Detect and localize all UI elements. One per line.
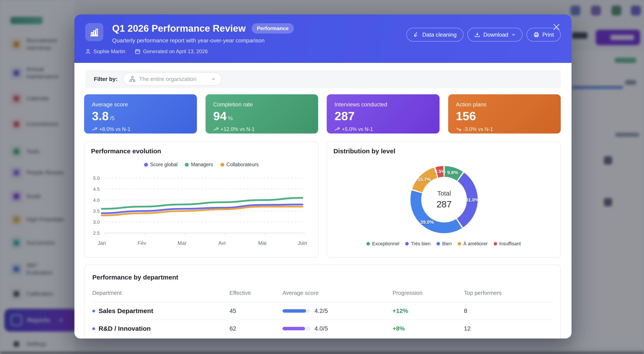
- kpi-card-interviews-conducted: Interviews conducted287+5.0% vs N-1: [327, 94, 440, 134]
- legend-dot: [405, 242, 409, 245]
- kpi-label: Completion rate: [213, 101, 310, 108]
- legend-dot: [458, 242, 461, 245]
- close-icon[interactable]: [552, 23, 560, 31]
- score-bar-track: [282, 309, 310, 313]
- report-author: Sophie Martin: [94, 48, 125, 54]
- filter-bar: Filter by: The entire organization: [85, 70, 561, 88]
- donut-total-value: 287: [436, 199, 452, 209]
- department-cell: R&D / Innovation: [92, 325, 230, 332]
- svg-text:2.5: 2.5: [93, 230, 100, 236]
- report-modal: Q1 2026 Performance Review Performance Q…: [74, 14, 572, 339]
- score-bar-fill: [282, 309, 306, 313]
- chevron-down-icon: [211, 77, 216, 81]
- download-button[interactable]: Download: [467, 28, 522, 41]
- top-performers-cell: 8: [464, 308, 552, 314]
- svg-text:4.5: 4.5: [93, 186, 100, 192]
- department-cell: Sales Department: [92, 307, 230, 315]
- legend-item: Insuffisant: [494, 241, 521, 247]
- legend-item: Collaborateurs: [220, 162, 259, 168]
- effective-cell: 62: [230, 325, 282, 332]
- table-row: Sales Department454.2/5+12%8: [92, 302, 552, 320]
- line-chart: 5.04.54.03.53.02.5JanFévMarAvrMaiJuin: [89, 170, 311, 256]
- table-column-header: Department: [92, 290, 230, 296]
- kpi-delta: +8.0% vs N-1: [92, 126, 130, 132]
- legend-dot: [185, 163, 189, 167]
- kpi-label: Action plans: [456, 101, 553, 108]
- slice-percentage-label: 31.0%: [466, 197, 479, 203]
- svg-text:Fév: Fév: [138, 240, 146, 246]
- kpi-card-completion-rate: Completion rate94%+12.0% vs N-1: [206, 94, 318, 134]
- trend-up-icon: [334, 127, 340, 132]
- trend-up-icon: [213, 127, 218, 132]
- legend-item: À améliorer: [458, 241, 488, 247]
- trend-down-icon: [456, 127, 461, 132]
- svg-text:Mar: Mar: [178, 240, 186, 246]
- table-column-header: Progression: [392, 290, 464, 296]
- report-subtitle: Quarterly performance report with year-o…: [112, 37, 265, 44]
- donut-chart: Total 287 9.8%31.0%39.0%15.7%4.5%: [410, 166, 478, 233]
- user-icon: [85, 49, 91, 54]
- department-dot: [92, 310, 95, 313]
- slice-percentage-label: 39.0%: [420, 219, 434, 225]
- filter-label: Filter by:: [94, 76, 118, 82]
- calendar-icon: [135, 49, 140, 54]
- table-header-row: DepartmentEffectiveAverage scoreProgress…: [92, 287, 552, 302]
- legend-item: Score global: [144, 162, 178, 168]
- performance-evolution-card: Performance evolution Score globalManage…: [84, 142, 318, 258]
- chart-title: Distribution by level: [334, 148, 395, 155]
- filter-selected-value: The entire organization: [139, 76, 208, 82]
- legend-dot: [494, 242, 497, 245]
- legend-item: Exceptionnel: [366, 241, 399, 247]
- average-score-cell: 4.0/5: [282, 325, 392, 332]
- chevron-down-icon: [511, 32, 516, 37]
- kpi-unit: /5: [110, 115, 115, 121]
- top-performers-cell: 12: [464, 325, 552, 332]
- table-column-header: Effective: [230, 290, 282, 296]
- broom-icon: [413, 32, 419, 38]
- donut-chart-legend: ExceptionnelTrès bienBienÀ améliorerInsu…: [327, 241, 560, 247]
- effective-cell: 45: [230, 308, 282, 314]
- performance-by-department-card: Performance by department DepartmentEffe…: [84, 265, 561, 339]
- slice-percentage-label: 4.5%: [434, 169, 445, 175]
- svg-text:Avr: Avr: [218, 240, 226, 246]
- svg-text:Juin: Juin: [298, 240, 307, 246]
- score-bar-fill: [282, 327, 305, 330]
- kpi-delta: +5.0% vs N-1: [334, 126, 373, 132]
- donut-total-label: Total: [437, 190, 451, 197]
- bar-chart-icon: [85, 23, 103, 41]
- kpi-card-action-plans: Action plans156-3.0% vs N-1: [448, 94, 561, 134]
- kpi-unit: %: [228, 115, 233, 121]
- progression-cell: +12%: [392, 308, 464, 314]
- table-column-header: Average score: [282, 290, 392, 296]
- trend-up-icon: [92, 127, 97, 132]
- svg-text:Mai: Mai: [258, 240, 266, 246]
- kpi-cards: Average score3.8/5+8.0% vs N-1Completion…: [84, 94, 561, 134]
- progression-cell: +8%: [392, 325, 464, 332]
- chart-title: Performance evolution: [91, 148, 161, 155]
- kpi-card-average-score: Average score3.8/5+8.0% vs N-1: [84, 94, 197, 134]
- report-generated-date: Generated on April 13, 2026: [143, 48, 208, 54]
- legend-item: Très bien: [405, 241, 430, 247]
- data-cleaning-button[interactable]: Data cleaning: [406, 28, 464, 41]
- table-row: R&D / Innovation624.0/5+8%12: [92, 320, 552, 338]
- organization-filter-select[interactable]: The entire organization: [123, 72, 222, 86]
- table-column-header: Top performers: [464, 290, 552, 296]
- svg-text:4.0: 4.0: [93, 197, 100, 203]
- svg-text:3.5: 3.5: [93, 208, 100, 214]
- status-badge: Performance: [252, 23, 294, 34]
- kpi-value: 3.8/5: [92, 109, 115, 123]
- kpi-label: Interviews conducted: [334, 101, 432, 108]
- org-chart-icon: [129, 76, 136, 82]
- table-title: Performance by department: [92, 274, 178, 281]
- legend-dot: [220, 163, 224, 167]
- slice-percentage-label: 9.8%: [447, 170, 458, 176]
- modal-header: Q1 2026 Performance Review Performance Q…: [74, 14, 572, 63]
- page-title: Q1 2026 Performance Review: [112, 23, 246, 34]
- legend-item: Managers: [185, 162, 213, 168]
- kpi-label: Average score: [92, 101, 189, 108]
- legend-item: Bien: [436, 241, 452, 247]
- kpi-value: 287: [334, 109, 354, 123]
- svg-text:5.0: 5.0: [93, 176, 100, 181]
- svg-text:Jan: Jan: [98, 240, 106, 246]
- kpi-value: 94%: [213, 109, 233, 123]
